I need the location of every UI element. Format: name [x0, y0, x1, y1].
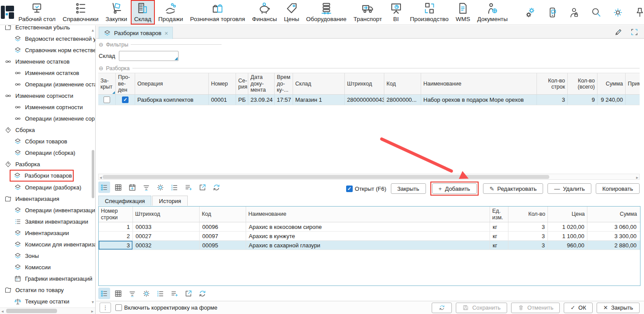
column-header-name[interactable]: Наименование: [246, 207, 490, 222]
collapse-icon[interactable]: ⊖: [99, 65, 103, 71]
scroll-down-icon[interactable]: ▾: [92, 300, 94, 304]
menu-item-desktop[interactable]: Рабочий стол: [15, 0, 59, 25]
documents-horizontal-scrollbar[interactable]: ◂ ▸: [98, 174, 640, 180]
nav-item-zones[interactable]: Зоны: [0, 250, 95, 261]
spec-row[interactable]: 1 00033 00096 Арахис в кокосовом сиропе …: [99, 222, 640, 232]
column-header-doc-date[interactable]: Дата доку-мента: [248, 73, 275, 94]
settings-icon[interactable]: [524, 7, 536, 18]
grid-view-icon[interactable]: [112, 182, 124, 193]
column-header-posted[interactable]: Про-ве-ден: [116, 73, 135, 94]
focused-cell[interactable]: 3: [99, 241, 133, 250]
sidebar-vertical-scrollbar[interactable]: ▴ ▾: [90, 28, 94, 304]
column-header-qty-total[interactable]: Кол-во (всего): [568, 73, 597, 94]
nav-item-natural-loss-sheets[interactable]: Ведомости естественной у: [0, 33, 95, 44]
warehouse-filter-input[interactable]: [119, 51, 179, 61]
copy-button[interactable]: Копировать: [596, 183, 640, 194]
nav-item-inventory-schedules[interactable]: Графики инвентаризаций: [0, 273, 95, 284]
tab-specification[interactable]: Спецификация: [98, 196, 151, 206]
column-header-number[interactable]: Номер: [209, 73, 236, 94]
nav-item-assembly[interactable]: Сборка: [0, 124, 95, 136]
nav-item-natural-loss-norms[interactable]: Справочник норм естестве: [0, 44, 95, 56]
menu-item-documents[interactable]: Документы: [474, 0, 512, 25]
numbered-list-icon[interactable]: [154, 288, 166, 299]
scrollbar-thumb[interactable]: [92, 150, 94, 198]
nav-item-assemblies[interactable]: Сборки товаров: [0, 136, 95, 147]
delete-button[interactable]: —Удалить: [547, 183, 591, 194]
scrollbar-thumb[interactable]: [6, 309, 57, 313]
column-header-barcode[interactable]: Штрихкод: [133, 207, 200, 222]
grid-view-icon[interactable]: [112, 288, 124, 299]
nav-item-stock-change-operations[interactable]: Операции (изменение оста: [0, 78, 95, 90]
more-actions-button[interactable]: ⋮: [100, 303, 111, 313]
menu-item-purchases[interactable]: Закупки: [102, 0, 131, 25]
tab-razborki-tovarov[interactable]: Разборки товаров ×: [99, 27, 173, 39]
nav-item-commissions[interactable]: Комиссии: [0, 261, 95, 273]
close-doc-button[interactable]: Закрыть: [391, 183, 426, 194]
column-header-barcode[interactable]: Штрихкод: [345, 73, 384, 94]
menu-item-finance[interactable]: Финансы: [249, 0, 281, 25]
nav-item-grade-change[interactable]: Изменение сортности: [0, 90, 95, 101]
column-header-sum[interactable]: Сумма: [597, 73, 626, 94]
list-view-icon[interactable]: [98, 182, 110, 193]
column-header-line-number[interactable]: Номер строки: [99, 207, 133, 222]
export-icon[interactable]: [197, 182, 208, 193]
nav-item-stock-by-product[interactable]: Остатки по товару: [0, 284, 95, 296]
settings-gear-icon[interactable]: [154, 182, 166, 193]
refresh-button[interactable]: [432, 303, 452, 313]
calendar-add-icon[interactable]: [126, 182, 138, 193]
column-header-price[interactable]: Цена: [548, 207, 587, 222]
menu-item-retail[interactable]: Розничная торговля: [186, 0, 248, 25]
column-header-warehouse[interactable]: Склад: [293, 73, 345, 94]
column-header-name[interactable]: Наименование: [421, 73, 537, 94]
column-header-note[interactable]: Прим: [626, 73, 640, 94]
column-header-qty[interactable]: Кол-во: [508, 207, 548, 222]
nav-item-current-stock[interactable]: Текущие остатки: [0, 296, 95, 307]
filter-icon[interactable]: [126, 288, 138, 299]
collapse-icon[interactable]: ⊖: [99, 41, 103, 48]
menu-item-production[interactable]: Производство: [407, 0, 452, 25]
scroll-left-icon[interactable]: ◂: [100, 175, 102, 180]
scrollbar-thumb[interactable]: [103, 175, 549, 179]
fullscreen-icon[interactable]: [630, 28, 639, 36]
user-icon[interactable]: [568, 7, 580, 18]
scroll-right-icon[interactable]: ▸: [636, 175, 638, 180]
column-header-unit[interactable]: Ед. изм.: [490, 207, 508, 222]
pin-icon[interactable]: [634, 7, 644, 18]
nav-item-grade-change-operations[interactable]: Операции (изменение сор: [0, 113, 95, 124]
nav-item-disassemblies[interactable]: Разборки товаров: [10, 170, 74, 182]
nav-item-assembly-operations[interactable]: Операции (сборка): [0, 147, 95, 158]
edit-form-icon[interactable]: [614, 28, 623, 36]
list-add-icon[interactable]: [182, 182, 194, 193]
column-header-lines-count[interactable]: Кол-во строк: [537, 73, 568, 94]
column-header-code[interactable]: Код: [200, 207, 246, 222]
column-header-closed[interactable]: За-крыт: [98, 73, 116, 94]
edit-button[interactable]: ✎Редактировать: [483, 183, 544, 194]
scroll-right-icon[interactable]: ▸: [91, 309, 93, 314]
menu-item-sales[interactable]: Продажи: [155, 0, 186, 25]
menu-item-prices[interactable]: Цены: [280, 0, 303, 25]
filter-icon[interactable]: [140, 182, 152, 193]
add-button[interactable]: +Добавить: [432, 183, 477, 194]
nav-item-grade-changes[interactable]: Изменения сортности: [0, 101, 95, 113]
column-header-operation[interactable]: Операция: [135, 73, 209, 94]
feedback-icon[interactable]: [546, 7, 558, 18]
adjust-checkbox[interactable]: [115, 304, 122, 311]
settings-gear-icon[interactable]: [140, 288, 152, 299]
ok-button[interactable]: ✓ОК: [564, 303, 593, 313]
save-button[interactable]: Сохранить: [456, 303, 507, 313]
menu-item-equipment[interactable]: Оборудование: [303, 0, 350, 25]
scroll-left-icon[interactable]: ◂: [1, 309, 4, 314]
reload-icon[interactable]: [197, 288, 208, 299]
spec-row-selected[interactable]: 3 00032 00095 Арахис в сахарной глазури …: [99, 241, 640, 250]
nav-item-inventory-commissions[interactable]: Комиссии для инвентариза: [0, 239, 95, 250]
nav-item-natural-loss[interactable]: Естественная убыль: [0, 25, 95, 33]
nav-item-inventories[interactable]: Инвентаризации: [0, 227, 95, 239]
tab-close-icon[interactable]: ×: [165, 30, 168, 37]
list-view-icon[interactable]: [98, 288, 110, 299]
cancel-button[interactable]: Отменить: [511, 303, 560, 313]
nav-item-inventory-requests[interactable]: Заявки инвентаризации: [0, 216, 95, 227]
menu-item-bi[interactable]: BI: [386, 0, 407, 25]
closed-checkbox[interactable]: [104, 96, 110, 103]
nav-item-inventory[interactable]: Инвентаризация: [0, 193, 95, 204]
menu-item-catalogs[interactable]: Справочники: [59, 0, 102, 25]
